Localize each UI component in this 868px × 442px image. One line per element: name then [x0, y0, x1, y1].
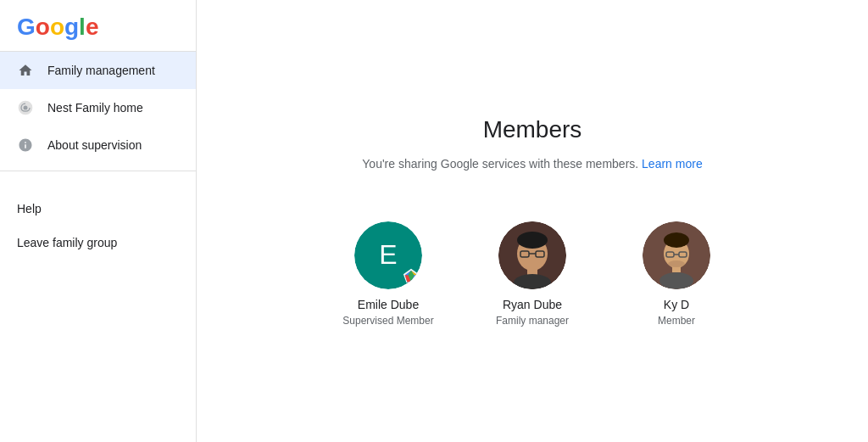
members-grid: E Emile Dube Supervised Member [342, 221, 723, 327]
member-name-ky-d: Ky D [664, 298, 689, 311]
info-icon [17, 137, 34, 154]
ky-photo-svg [643, 221, 710, 289]
avatar-emile-dube: E [354, 221, 422, 289]
svg-rect-10 [527, 268, 537, 275]
svg-point-1 [24, 106, 28, 110]
sidebar-item-family-management[interactable]: Family management [0, 52, 196, 89]
logo-g2: g [64, 15, 79, 39]
page-title: Members [483, 116, 582, 143]
logo-o1: o [36, 15, 50, 39]
svg-point-9 [517, 232, 548, 249]
member-card-ky-d: Ky D Member [630, 221, 723, 327]
ryan-photo-svg [498, 221, 566, 289]
member-card-emile-dube: E Emile Dube Supervised Member [342, 221, 435, 327]
about-supervision-label: About supervision [47, 138, 142, 152]
help-label: Help [17, 202, 42, 215]
section-gap [0, 178, 196, 192]
svg-point-17 [664, 232, 689, 248]
logo-o2: o [50, 15, 64, 39]
members-subtitle: You're sharing Google services with thes… [362, 157, 702, 171]
middle-divider [0, 171, 196, 171]
nest-icon [17, 99, 34, 116]
logo-e: e [86, 15, 99, 39]
member-name-emile-dube: Emile Dube [358, 298, 419, 311]
member-role-ky-d: Member [658, 315, 695, 327]
family-management-label: Family management [47, 64, 155, 77]
sidebar-item-leave-family-group[interactable]: Leave family group [0, 226, 196, 260]
nest-family-home-label: Nest Family home [47, 101, 143, 115]
learn-more-link[interactable]: Learn more [642, 157, 703, 171]
logo-g: G [17, 15, 36, 39]
sidebar: G o o g l e Family management Nest Famil… [0, 0, 197, 442]
svg-point-19 [659, 272, 693, 289]
logo-l: l [79, 15, 86, 39]
leave-family-group-label: Leave family group [17, 236, 117, 249]
initials-emile: E [379, 239, 397, 271]
sidebar-item-help[interactable]: Help [0, 192, 196, 226]
main-content: Members You're sharing Google services w… [197, 0, 868, 442]
google-diamond-badge [402, 267, 420, 286]
member-name-ryan-dube: Ryan Dube [503, 298, 562, 311]
member-role-emile-dube: Supervised Member [342, 315, 433, 327]
svg-point-23 [668, 260, 685, 267]
logo-area: G o o g l e [0, 0, 196, 51]
google-logo: G o o g l e [17, 14, 179, 41]
sidebar-item-about-supervision[interactable]: About supervision [0, 126, 196, 164]
member-role-ryan-dube: Family manager [496, 315, 569, 327]
subtitle-text: You're sharing Google services with thes… [362, 157, 638, 171]
avatar-ky-d [643, 221, 710, 289]
member-card-ryan-dube: Ryan Dube Family manager [486, 221, 579, 327]
avatar-ryan-dube [498, 221, 566, 289]
home-icon [17, 62, 34, 79]
sidebar-item-nest-family-home[interactable]: Nest Family home [0, 89, 196, 126]
